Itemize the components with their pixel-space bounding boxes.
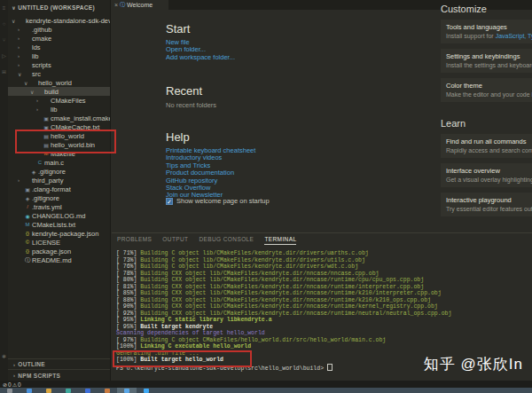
vscode-window: ≡ ○ ⑂ ▷ ⊞ ✱ ∨ UNTITLED (WORKSPACE) ∨ ken… (0, 0, 532, 393)
tree-row[interactable]: ▣ CMakeCache.txt (8, 122, 110, 131)
welcome-card[interactable]: Settings and keybindings Install the set… (441, 49, 532, 73)
tree-row[interactable]: ▤ hello_world (8, 131, 110, 140)
tree-row[interactable]: › lib (8, 105, 110, 114)
tree-row[interactable]: ▤ hello_world.bin (8, 140, 110, 149)
card-description: Rapidly access and search commands (446, 147, 532, 153)
card-title: Interface overview (446, 167, 532, 175)
activity-bar-icon[interactable]: ≡ (3, 4, 6, 20)
taskbar-app-icon[interactable] (98, 388, 117, 393)
editor-area: × ⓘ Welcome Start New file Open folder..… (112, 0, 532, 232)
terminal-line: [ 95%] Linking C static library libkendr… (116, 317, 532, 324)
tree-row[interactable]: ▣ cmake_install.cmake (8, 114, 110, 122)
activity-bar-icon[interactable]: ▷ (2, 51, 6, 67)
tree-row[interactable]: › lds (8, 43, 110, 51)
welcome-startup-checkbox[interactable]: ✓ (166, 198, 173, 205)
terminal-line: [ 95%] Built target kendryte (116, 324, 532, 331)
tree-row[interactable]: › .github (8, 25, 110, 34)
chevron-icon: › (18, 44, 24, 50)
tree-row[interactable]: › scripts (8, 60, 110, 69)
welcome-card[interactable]: Tools and languages Install support for … (441, 20, 532, 43)
file-type-icon: ◈ (30, 169, 37, 175)
panel-tab[interactable]: TERMINAL (264, 236, 296, 245)
problems-status[interactable]: ⊘ 0 ⚠ 0 (3, 381, 21, 388)
recent-section-title: Recent (166, 84, 202, 98)
chevron-right-icon: › (13, 362, 15, 367)
tree-row[interactable]: › lib (8, 51, 110, 60)
panel-tab[interactable]: OUTPUT (162, 236, 188, 245)
tree-row[interactable]: › CMakeFiles (8, 96, 110, 105)
taskbar-app-icon[interactable] (78, 388, 98, 393)
tree-item-label: .travis.yml (32, 203, 62, 211)
tree-row[interactable]: ▣ .clang-format (8, 185, 110, 193)
terminal-line: [ 78%] Building CXX object lib/CMakeFile… (116, 271, 532, 278)
tree-item-label: Makefile (51, 150, 75, 158)
card-title: Color theme (446, 82, 532, 90)
tree-row[interactable]: {} kendryte-package.json (8, 229, 110, 238)
tree-row[interactable]: ◉ CHANGELOG.md (8, 211, 110, 220)
tree-row[interactable]: ∨ hello_world (8, 78, 110, 87)
welcome-card[interactable]: Interactive playground Try essential edi… (441, 193, 532, 216)
tree-row[interactable]: › third_party (8, 176, 110, 185)
file-type-icon: ▤ (43, 133, 50, 139)
tree-row[interactable]: ∨ kendryte-standalone-sdk-develop (8, 16, 110, 25)
tree-item-label: main.c (44, 159, 64, 167)
terminal-cursor (327, 364, 332, 371)
welcome-link[interactable]: Add workspace folder... (166, 54, 235, 61)
chevron-icon: ∨ (18, 71, 24, 77)
taskbar-app-icon[interactable] (20, 388, 39, 393)
card-description: Install support for JavaScript, TypeScr (446, 33, 532, 39)
close-icon[interactable]: × (114, 2, 118, 8)
sidebar-section-npm-scripts[interactable]: › NPM SCRIPTS (8, 369, 110, 381)
taskbar-app-icon[interactable] (59, 388, 78, 393)
tree-row[interactable]: C main.c (8, 158, 110, 167)
workspace-title: UNTITLED (WORKSPACE) (18, 4, 95, 11)
chevron-icon: ∨ (12, 18, 18, 24)
activity-bar-icon[interactable]: ⑂ (3, 35, 6, 51)
error-count: 0 (8, 381, 12, 388)
tab-welcome[interactable]: × ⓘ Welcome (112, 0, 168, 10)
file-type-icon: ◉ (24, 213, 31, 219)
chevron-right-icon: › (13, 373, 15, 378)
activity-bar-icon[interactable]: ○ (3, 20, 6, 35)
tree-row[interactable]: M Makefile (8, 149, 110, 158)
tree-row[interactable]: ⓘ README.md (8, 255, 110, 264)
outline-label: OUTLINE (18, 361, 45, 367)
tree-row[interactable]: ∨ build (8, 87, 110, 96)
tree-row[interactable]: {} package.json (8, 247, 110, 255)
tree-item-label: hello_world.bin (51, 141, 95, 149)
taskbar-app-icon[interactable] (39, 388, 59, 393)
panel-tab[interactable]: PROBLEMS (117, 236, 152, 245)
workspace-header[interactable]: ∨ UNTITLED (WORKSPACE) (8, 0, 110, 12)
tree-item-label: .gitignore (38, 168, 66, 176)
activity-bar-icon[interactable]: ⊞ (2, 67, 6, 83)
welcome-card[interactable]: Find and run all commands Rapidly access… (441, 134, 532, 158)
terminal-line: Scanning dependencies of target hello_wo… (116, 330, 532, 337)
tree-row[interactable]: ◈ .gitignore (8, 193, 110, 202)
tree-row[interactable]: / .travis.yml (8, 202, 110, 211)
tree-row[interactable]: M CMakeLists.txt (8, 220, 110, 229)
card-description: Install the settings and keyboard sho (446, 62, 532, 68)
tree-item-label: CMakeFiles (51, 97, 86, 105)
tab-title: Welcome (127, 2, 153, 8)
taskbar-app-icon[interactable] (137, 388, 156, 393)
tree-item-label: .gitignore (32, 194, 59, 202)
tree-row[interactable]: ∨ src (8, 69, 110, 78)
windows-taskbar (0, 388, 532, 393)
file-type-icon: {} (24, 248, 31, 254)
activity-bar-icon[interactable]: ✱ (2, 352, 6, 368)
info-icon: ⓘ (120, 1, 125, 9)
terminal-line: [100%] Linking C executable hello_world (116, 343, 532, 350)
panel-tabs: PROBLEMS OUTPUT DEBUG CONSOLE TERMINAL (112, 233, 532, 245)
taskbar-app-icon[interactable] (0, 388, 20, 393)
tree-row[interactable]: › cmake (8, 34, 110, 43)
tree-row[interactable]: © LICENSE (8, 238, 110, 247)
tree-row[interactable]: ◈ .gitignore (8, 167, 110, 176)
panel-tab[interactable]: DEBUG CONSOLE (199, 236, 254, 245)
chevron-down-icon: ∨ (12, 4, 16, 11)
welcome-card[interactable]: Color theme Make the editor and your cod… (441, 78, 532, 102)
taskbar-app-icon[interactable] (117, 388, 137, 393)
sidebar-section-outline[interactable]: › OUTLINE (8, 358, 110, 369)
file-type-icon: M (43, 151, 50, 156)
startup-checkbox-row: ✓ Show welcome page on startup (166, 197, 270, 205)
welcome-card[interactable]: Interface overview Get a visual overlay … (441, 163, 532, 187)
